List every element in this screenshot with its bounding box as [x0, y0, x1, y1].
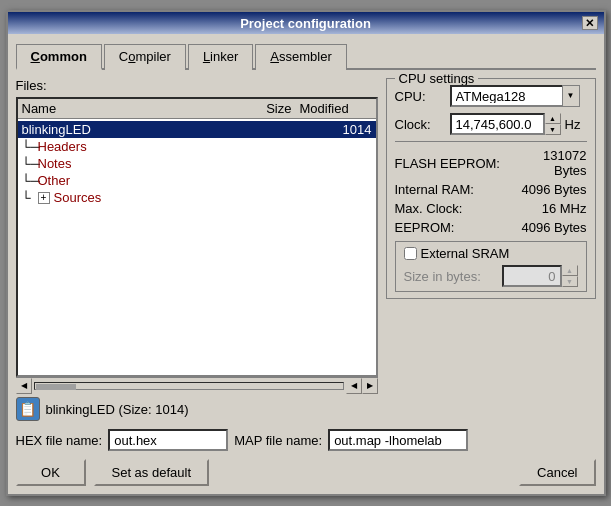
- hex-file-row: HEX file name: MAP file name:: [16, 429, 378, 451]
- file-tree-body: blinkingLED 1014 └─ Headers: [18, 119, 376, 208]
- cpu-row: CPU: ATMega128 ▼: [395, 85, 587, 107]
- dialog-title: Project configuration: [30, 16, 582, 31]
- status-text: blinkingLED (Size: 1014): [46, 402, 189, 417]
- iram-value: 4096 Bytes: [521, 182, 586, 197]
- clock-spin-up[interactable]: ▲: [545, 113, 561, 124]
- file-tree-header: Name Size Modified: [18, 99, 376, 119]
- cpu-select[interactable]: ATMega128: [450, 85, 580, 107]
- sram-checkbox[interactable]: [404, 247, 417, 260]
- size-input: [502, 265, 562, 287]
- sram-checkbox-row: External SRAM: [404, 246, 578, 261]
- col-size-header: Size: [242, 101, 292, 116]
- sram-group: External SRAM Size in bytes: ▲ ▼: [395, 241, 587, 292]
- col-modified-header: Modified: [292, 101, 372, 116]
- eeprom-row: EEPROM: 4096 Bytes: [395, 220, 587, 235]
- size-spin-up: ▲: [562, 265, 578, 276]
- col-name-header: Name: [22, 101, 242, 116]
- tab-common[interactable]: Common: [16, 44, 102, 70]
- tab-bar: Common Compiler Linker Assembler: [16, 42, 596, 70]
- divider: [395, 141, 587, 142]
- tree-row-sources[interactable]: └ + Sources: [18, 189, 376, 206]
- cpu-select-wrapper: ATMega128 ▼: [450, 85, 580, 107]
- expand-icon[interactable]: +: [38, 192, 50, 204]
- eeprom-value: 4096 Bytes: [521, 220, 586, 235]
- size-bytes-label: Size in bytes:: [404, 269, 481, 284]
- clock-spin-down[interactable]: ▼: [545, 124, 561, 135]
- hz-label: Hz: [565, 117, 581, 132]
- iram-label: Internal RAM:: [395, 182, 474, 197]
- horizontal-scrollbar[interactable]: ◀ ◀ ▶: [16, 377, 378, 393]
- scroll-right-group: ◀ ▶: [346, 378, 378, 394]
- maxclock-row: Max. Clock: 16 MHz: [395, 201, 587, 216]
- flash-value: 131072Bytes: [543, 148, 586, 178]
- set-as-default-button[interactable]: Set as default: [94, 459, 210, 486]
- bottom-buttons: OK Set as default Cancel: [16, 459, 596, 486]
- size-input-wrapper: ▲ ▼: [502, 265, 578, 287]
- files-label: Files:: [16, 78, 378, 93]
- size-spin-down: ▼: [562, 276, 578, 287]
- scroll-track[interactable]: [34, 382, 344, 390]
- title-bar: Project configuration ✕: [8, 12, 604, 34]
- map-label: MAP file name:: [234, 433, 322, 448]
- ok-button[interactable]: OK: [16, 459, 86, 486]
- project-configuration-dialog: Project configuration ✕ Common Compiler …: [6, 10, 606, 496]
- clock-label: Clock:: [395, 117, 450, 132]
- tree-node-name: blinkingLED: [22, 122, 91, 137]
- sram-label: External SRAM: [421, 246, 510, 261]
- tab-assembler[interactable]: Assembler: [255, 44, 346, 70]
- maxclock-label: Max. Clock:: [395, 201, 463, 216]
- cpu-settings-group: CPU settings CPU: ATMega128 ▼: [386, 78, 596, 299]
- tree-row-notes[interactable]: └─ Notes: [18, 155, 376, 172]
- scroll-thumb: [36, 384, 76, 390]
- size-bytes-row: Size in bytes: ▲ ▼: [404, 265, 578, 287]
- tree-row-headers[interactable]: └─ Headers: [18, 138, 376, 155]
- maxclock-value: 16 MHz: [542, 201, 587, 216]
- hex-label: HEX file name:: [16, 433, 103, 448]
- indent: └─: [22, 139, 38, 154]
- cpu-legend: CPU settings: [395, 71, 479, 86]
- tab-compiler[interactable]: Compiler: [104, 44, 186, 70]
- scroll-right-btn2[interactable]: ▶: [362, 378, 378, 394]
- clock-input[interactable]: [450, 113, 545, 135]
- size-spinbuttons: ▲ ▼: [562, 265, 578, 287]
- indent: └: [22, 190, 38, 205]
- file-tree[interactable]: Name Size Modified blinkingLED 1014: [16, 97, 378, 377]
- flash-label: FLASH EEPROM:: [395, 156, 500, 171]
- eeprom-label: EEPROM:: [395, 220, 455, 235]
- clock-spinbuttons: ▲ ▼: [545, 113, 561, 135]
- status-bar: 📋 blinkingLED (Size: 1014): [16, 397, 378, 421]
- close-button[interactable]: ✕: [582, 16, 598, 30]
- clock-row: Clock: ▲ ▼ Hz: [395, 113, 587, 135]
- tree-row-blinkingLED[interactable]: blinkingLED 1014: [18, 121, 376, 138]
- left-button-group: OK Set as default: [16, 459, 210, 486]
- indent: └─: [22, 173, 38, 188]
- file-icon: 📋: [16, 397, 40, 421]
- tree-row-other[interactable]: └─ Other: [18, 172, 376, 189]
- cancel-button[interactable]: Cancel: [519, 459, 595, 486]
- indent: └─: [22, 156, 38, 171]
- cpu-label: CPU:: [395, 89, 450, 104]
- scroll-right-btn1[interactable]: ◀: [346, 378, 362, 394]
- tab-linker[interactable]: Linker: [188, 44, 253, 70]
- clock-input-wrapper: ▲ ▼ Hz: [450, 113, 581, 135]
- scroll-left-btn[interactable]: ◀: [16, 378, 32, 394]
- tree-node-size: 1014: [322, 122, 372, 137]
- iram-row: Internal RAM: 4096 Bytes: [395, 182, 587, 197]
- flash-row: FLASH EEPROM: 131072Bytes: [395, 148, 587, 178]
- hex-input[interactable]: [108, 429, 228, 451]
